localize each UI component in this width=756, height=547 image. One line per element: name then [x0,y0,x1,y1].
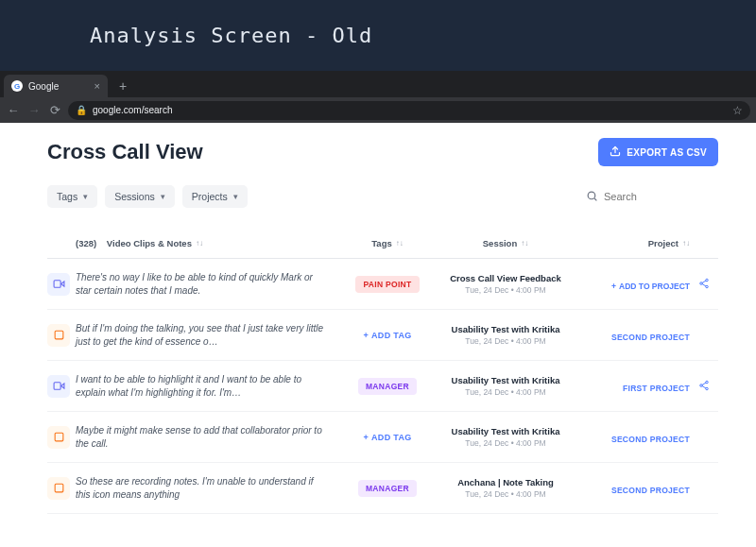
browser-tab[interactable]: G Google × [4,75,108,97]
session-name: Usability Test with Kritika [435,324,576,334]
tag-pill[interactable]: MANAGER [358,378,417,395]
table-row[interactable]: So these are recording notes. I'm unable… [47,463,718,514]
back-icon[interactable]: ← [6,103,21,117]
col-project[interactable]: Project ↑↓ [576,238,690,248]
project-link[interactable]: SECOND PROJECT [611,333,690,342]
session-name: Usability Test with Kritika [435,426,576,436]
tab-strip: G Google × + [0,71,756,97]
close-icon[interactable]: × [94,80,100,92]
bookmark-star-icon[interactable]: ☆ [732,104,743,117]
page-header: Cross Call View EXPORT AS CSV [47,138,718,166]
project-cell: SECOND PROJECT [576,327,690,344]
session-name: Usability Test with Kritika [435,375,576,385]
project-cell: FIRST PROJECT [576,378,690,395]
page-title: Cross Call View [47,140,203,164]
add-to-project-button[interactable]: + ADD TO PROJECT [611,282,690,291]
lock-icon: 🔒 [76,105,87,115]
session-date: Tue, 24 Dec • 4:00 PM [435,336,576,346]
svg-line-2 [594,198,596,200]
session-date: Tue, 24 Dec • 4:00 PM [435,489,576,499]
address-bar[interactable]: 🔒 google.com/search ☆ [68,101,750,120]
presentation-title: Analysis Screen - Old [90,24,372,47]
session-cell: Usability Test with KritikaTue, 24 Dec •… [435,375,576,397]
svg-point-1 [588,192,595,199]
upload-icon [610,145,621,159]
filters-row: Tags ▾ Sessions ▾ Projects ▾ [47,185,718,208]
project-cell: SECOND PROJECT [576,429,690,446]
plus-icon: + [364,331,369,340]
search-field[interactable] [586,190,718,204]
add-tag-button[interactable]: +ADD TAG [364,331,412,340]
note-icon [47,324,70,347]
forward-icon[interactable]: → [26,103,42,117]
browser-chrome: G Google × + ← → ⟳ 🔒 google.com/search ☆ [0,71,756,123]
clip-text: So these are recording notes. I'm unable… [76,475,340,501]
page-content: Cross Call View EXPORT AS CSV Tags ▾ Ses… [0,123,756,514]
export-csv-button[interactable]: EXPORT AS CSV [598,138,718,166]
filter-sessions-label: Sessions [114,191,155,202]
search-icon [586,190,598,204]
table-row[interactable]: Maybe it might make sense to add that co… [47,412,718,463]
tag-cell: +ADD TAG [340,433,435,442]
share-icon[interactable] [698,276,710,293]
clips-label: Video Clips & Notes [107,238,192,248]
filter-projects[interactable]: Projects ▾ [182,185,248,208]
tag-cell: MANAGER [340,480,435,497]
search-input[interactable] [604,191,718,202]
col-tags-label: Tags [371,238,391,248]
url-text: google.com/search [93,105,173,115]
new-tab-button[interactable]: + [112,75,134,97]
col-tags[interactable]: Tags ↑↓ [340,238,435,248]
session-date: Tue, 24 Dec • 4:00 PM [435,387,576,397]
note-icon [47,426,70,449]
filter-tags[interactable]: Tags ▾ [47,185,97,208]
clip-text: I want to be able to highlight it and I … [76,373,340,399]
table-row[interactable]: There's no way I like to be able to kind… [47,259,718,310]
export-label: EXPORT AS CSV [627,147,707,158]
tag-cell: PAIN POINT [340,276,435,293]
filter-sessions[interactable]: Sessions ▾ [105,185,175,208]
session-cell: Usability Test with KritikaTue, 24 Dec •… [435,324,576,346]
tag-cell: MANAGER [340,378,435,395]
tag-pill[interactable]: PAIN POINT [355,276,419,293]
session-date: Tue, 24 Dec • 4:00 PM [435,285,576,295]
session-cell: Usability Test with KritikaTue, 24 Dec •… [435,426,576,448]
project-link[interactable]: SECOND PROJECT [611,435,690,444]
col-project-label: Project [648,238,679,248]
sort-icon: ↑↓ [396,239,404,248]
note-icon [47,477,70,500]
video-icon [47,273,70,296]
add-tag-label: ADD TAG [371,433,411,442]
filter-tags-label: Tags [57,191,77,202]
clip-text: Maybe it might make sense to add that co… [76,424,340,450]
col-clips[interactable]: (328) Video Clips & Notes ↑↓ [76,238,340,248]
filter-projects-label: Projects [192,191,228,202]
google-favicon: G [11,80,23,92]
project-link[interactable]: SECOND PROJECT [611,486,690,495]
add-to-project-label: ADD TO PROJECT [619,282,690,291]
clip-text: But if I'm doing the talking, you see th… [76,322,340,348]
sort-icon: ↑↓ [521,239,528,248]
table-row[interactable]: But if I'm doing the talking, you see th… [47,310,718,361]
reload-icon[interactable]: ⟳ [47,103,62,117]
session-cell: Anchana | Note TakingTue, 24 Dec • 4:00 … [435,477,576,499]
add-tag-button[interactable]: +ADD TAG [364,433,412,442]
sort-icon: ↑↓ [682,239,690,248]
tag-pill[interactable]: MANAGER [358,480,417,497]
plus-icon: + [364,433,369,442]
col-session-label: Session [483,238,517,248]
col-session[interactable]: Session ↑↓ [435,238,576,248]
share-cell [690,276,718,293]
chevron-down-icon: ▾ [233,192,238,201]
table-body: There's no way I like to be able to kind… [47,259,718,514]
table-header: (328) Video Clips & Notes ↑↓ Tags ↑↓ Ses… [47,229,718,259]
table-row[interactable]: I want to be able to highlight it and I … [47,361,718,412]
session-name: Cross Call View Feedback [435,273,576,283]
toolbar: ← → ⟳ 🔒 google.com/search ☆ [0,97,756,123]
clips-table: (328) Video Clips & Notes ↑↓ Tags ↑↓ Ses… [47,229,718,514]
session-name: Anchana | Note Taking [435,477,576,487]
chevron-down-icon: ▾ [161,192,165,201]
share-icon[interactable] [698,378,710,395]
project-link[interactable]: FIRST PROJECT [623,384,690,393]
tag-cell: +ADD TAG [340,331,435,340]
